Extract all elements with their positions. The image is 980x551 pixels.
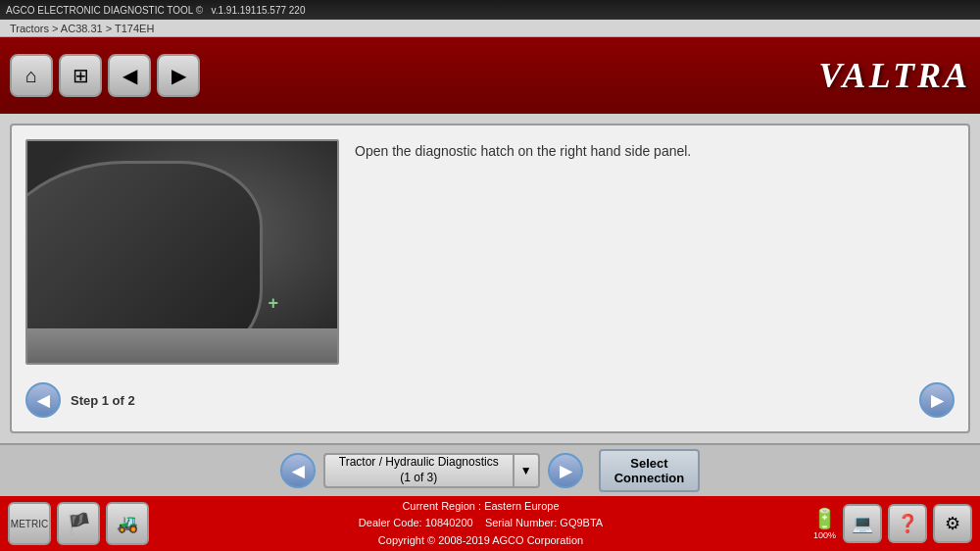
brand-name: VALTRA xyxy=(818,56,970,95)
dropdown-icon: ▼ xyxy=(520,464,532,477)
forward-button[interactable]: ▶ xyxy=(157,54,200,97)
select-connection-line1: Select xyxy=(630,456,667,471)
nav-label-line2: (1 of 3) xyxy=(400,471,437,486)
app-version: v.1.91.19115.577 220 xyxy=(211,5,305,16)
flag-button[interactable]: 🏴 xyxy=(57,502,100,545)
nav-dropdown-button[interactable]: ▼ xyxy=(513,453,540,488)
status-right: 🔋 100% 💻 ❓ ⚙ xyxy=(812,504,972,543)
help-button[interactable]: ❓ xyxy=(888,504,927,543)
select-connection-line2: Connection xyxy=(614,471,685,485)
home-icon: ⌂ xyxy=(25,65,37,87)
bottom-navigation: ◀ Tractor / Hydraulic Diagnostics (1 of … xyxy=(0,443,980,496)
back-button[interactable]: ◀ xyxy=(108,54,151,97)
header: ⌂ ⊞ ◀ ▶ VALTRA xyxy=(0,37,980,114)
laptop-button[interactable]: 💻 xyxy=(843,504,882,543)
laptop-icon: 💻 xyxy=(852,513,873,534)
home-button[interactable]: ⌂ xyxy=(10,54,53,97)
forward-icon: ▶ xyxy=(172,64,186,87)
step-label: Step 1 of 2 xyxy=(71,393,135,408)
step-description: Open the diagnostic hatch on the right h… xyxy=(355,139,955,371)
status-left: METRIC 🏴 🚜 xyxy=(8,502,149,545)
battery-label: 100% xyxy=(813,530,836,540)
step-forward-button[interactable]: ▶ xyxy=(919,382,955,418)
flag-icon: 🏴 xyxy=(67,512,91,535)
nav-back-icon: ◀ xyxy=(292,462,304,480)
help-icon: ❓ xyxy=(897,513,918,534)
step-description-text: Open the diagnostic hatch on the right h… xyxy=(355,143,691,159)
nav-back-button[interactable]: ◀ xyxy=(280,453,316,488)
dealer-code: Dealer Code: 10840200 xyxy=(359,517,473,528)
tractor-button[interactable]: 🚜 xyxy=(106,502,149,545)
toolbar: ⌂ ⊞ ◀ ▶ xyxy=(10,54,200,97)
copyright-text: Copyright © 2008-2019 AGCO Corporation xyxy=(149,532,812,550)
status-center: Current Region : Eastern Europe Dealer C… xyxy=(149,498,812,550)
battery-icon: 🔋 xyxy=(812,507,837,530)
dealer-serial: Dealer Code: 10840200 Serial Number: GQ9… xyxy=(149,515,812,532)
nav-label-button[interactable]: Tractor / Hydraulic Diagnostics (1 of 3) xyxy=(323,453,513,488)
image-simulation: + xyxy=(27,141,337,363)
back-icon: ◀ xyxy=(122,64,137,87)
breadcrumb-text: Tractors > AC38.31 > T174EH xyxy=(10,23,154,34)
nav-label-line1: Tractor / Hydraulic Diagnostics xyxy=(339,455,499,471)
status-bar: METRIC 🏴 🚜 Current Region : Eastern Euro… xyxy=(0,496,980,551)
nav-forward-button[interactable]: ▶ xyxy=(548,453,583,488)
plus-marker: + xyxy=(268,293,278,314)
main-content: + Open the diagnostic hatch on the right… xyxy=(0,114,980,443)
serial-number: Serial Number: GQ9BTA xyxy=(485,517,603,528)
step-back-button[interactable]: ◀ xyxy=(25,382,61,418)
battery-indicator: 🔋 100% xyxy=(812,507,837,540)
metric-button[interactable]: METRIC xyxy=(8,502,51,545)
top-bar: AGCO ELECTRONIC DIAGNOSTIC TOOL © v.1.91… xyxy=(0,0,980,20)
ground-element xyxy=(27,328,337,363)
step-image: + xyxy=(27,141,337,363)
select-connection-button[interactable]: Select Connection xyxy=(599,449,701,492)
metric-label: METRIC xyxy=(11,519,48,529)
grid-button[interactable]: ⊞ xyxy=(59,54,102,97)
region-label: Current Region : Eastern Europe xyxy=(149,498,812,516)
breadcrumb: Tractors > AC38.31 > T174EH xyxy=(0,20,980,37)
grid-icon: ⊞ xyxy=(73,64,89,87)
settings-button[interactable]: ⚙ xyxy=(933,504,972,543)
tractor-icon: 🚜 xyxy=(117,513,138,534)
content-panel: + Open the diagnostic hatch on the right… xyxy=(10,124,970,433)
step-image-container: + xyxy=(25,139,339,365)
step-navigation: ◀ Step 1 of 2 ▶ xyxy=(25,382,955,418)
nav-forward-icon: ▶ xyxy=(560,462,571,480)
app-title: AGCO ELECTRONIC DIAGNOSTIC TOOL © v.1.91… xyxy=(6,5,305,16)
brand-logo: VALTRA xyxy=(818,55,970,96)
copyright-symbol: © xyxy=(196,5,203,16)
center-nav: Tractor / Hydraulic Diagnostics (1 of 3)… xyxy=(323,453,540,488)
step-content: + Open the diagnostic hatch on the right… xyxy=(25,139,955,371)
settings-icon: ⚙ xyxy=(945,513,960,534)
app-title-text: AGCO ELECTRONIC DIAGNOSTIC TOOL xyxy=(6,5,193,16)
